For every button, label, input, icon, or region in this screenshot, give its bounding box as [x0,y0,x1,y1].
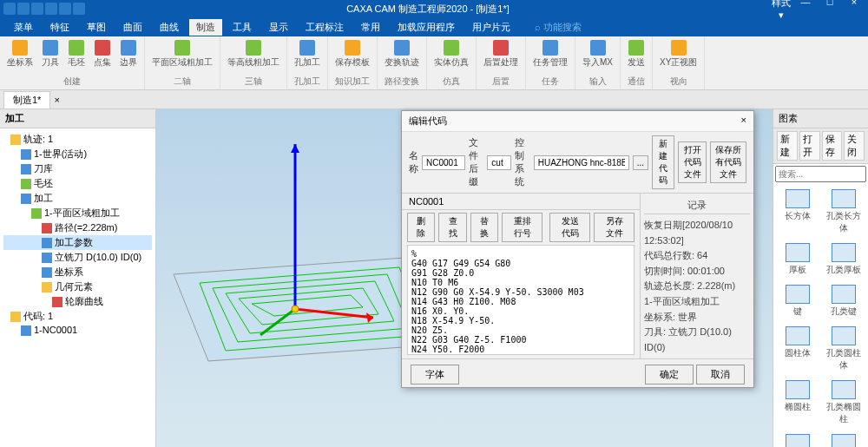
gallery-item[interactable]: 孔类多棱体 [822,431,867,447]
ribbon-等高线粗加工[interactable]: 等高线粗加工 [226,38,281,70]
gcode-textarea[interactable] [407,245,635,355]
tree-node[interactable]: 1-世界(活动) [3,147,152,161]
ribbon-导入MX[interactable]: 导入MX [581,38,615,70]
save-file-button[interactable]: 另存文件 [594,213,635,242]
menu-item[interactable]: 工具 [226,19,259,36]
tree-node[interactable]: 刀库 [3,161,152,176]
ribbon-坐标系[interactable]: 坐标系 [5,38,35,70]
ribbon-平面区域粗加工[interactable]: 平面区域粗加工 [150,38,214,70]
ribbon-点集[interactable]: 点集 [92,38,113,70]
ribbon-后置处理[interactable]: 后置处理 [482,38,520,70]
find-button[interactable]: 查找 [438,213,466,242]
ribbon-group-label: 创建 [63,76,81,88]
ctrl-input[interactable] [534,155,629,170]
gallery-item[interactable]: 圆柱体 [775,323,820,375]
tree-node[interactable]: 坐标系 [3,265,152,279]
send-code-button[interactable]: 发送代码 [549,213,590,242]
ribbon-group-label: 后置 [492,76,510,88]
name-input[interactable] [422,155,465,170]
ribbon-毛坯[interactable]: 毛坯 [66,38,87,70]
gallery-open-button[interactable]: 打开 [799,131,820,161]
tree-node[interactable]: 加工参数 [3,235,152,250]
menu-item[interactable]: 曲线 [153,19,186,36]
ribbon-边界[interactable]: 边界 [118,38,139,70]
save-all-code-button[interactable]: 保存所有代码文件 [710,141,746,183]
ok-button[interactable]: 确定 [645,365,694,385]
ctrl-browse-button[interactable]: ... [633,155,648,170]
qat-icon[interactable] [45,3,57,15]
tree-node[interactable]: 1-NC0001 [3,324,152,337]
gallery-item[interactable]: 厚板 [775,240,820,279]
minimize-button[interactable]: — [795,0,816,21]
gallery-title: 图素 [773,109,868,128]
tree-node[interactable]: 代码: 1 [3,309,152,324]
doc-tab[interactable]: 制造1* [3,91,50,108]
menu-search[interactable]: ⌕ 功能搜索 [528,19,589,36]
ext-input[interactable] [487,155,511,170]
tree-node[interactable]: 轮廓曲线 [3,294,152,309]
gallery-item[interactable]: 椭圆柱 [775,377,820,429]
font-button[interactable]: 字体 [411,365,459,385]
qat-icon[interactable] [17,3,30,15]
gallery-item[interactable]: 孔类键 [822,281,867,321]
renumber-button[interactable]: 重排行号 [502,213,542,242]
edit-code-dialog: 编辑代码 × 名称 文件后缀 控制系统 ... 新建代码 打开代码文件 保存所有… [401,110,754,388]
tree-node[interactable]: 几何元素 [3,279,152,294]
menu-item[interactable]: 制造 [189,19,222,36]
tab-close-icon[interactable]: × [54,95,59,105]
gallery-item[interactable]: 孔类厚板 [822,240,867,279]
ribbon-刀具[interactable]: 刀具 [40,38,61,70]
qat-icon[interactable] [31,3,43,15]
cancel-button[interactable]: 取消 [696,365,745,385]
gallery-save-button[interactable]: 保存 [822,131,843,161]
menu-item[interactable]: 显示 [262,19,295,36]
tree-node[interactable]: 加工 [3,191,152,206]
ribbon-变换轨迹[interactable]: 变换轨迹 [383,38,421,70]
svg-marker-6 [291,144,299,153]
gallery-item[interactable]: 孔类椭圆柱 [822,377,867,429]
gallery-item[interactable]: 多棱体 [775,431,820,447]
ribbon-group-label: 视向 [670,76,687,88]
qat-icon[interactable] [59,3,71,15]
ribbon-发送[interactable]: 发送 [626,38,647,70]
dialog-close-icon[interactable]: × [741,115,746,128]
replace-button[interactable]: 替换 [470,213,498,242]
ribbon-保存模板[interactable]: 保存模板 [333,38,372,70]
menu-item[interactable]: 特征 [43,19,76,36]
tree-node[interactable]: 立铣刀 D(10.0) ID(0) [3,250,152,265]
gallery-item[interactable]: 键 [775,281,820,321]
delete-button[interactable]: 删除 [407,213,435,242]
feature-gallery-panel: 图素 新建 打开 保存 关闭 长方体孔类长方体厚板孔类厚板键孔类键圆柱体孔类圆柱… [773,109,868,447]
gallery-item[interactable]: 长方体 [775,186,820,238]
qat-icon[interactable] [3,3,16,15]
gallery-close-button[interactable]: 关闭 [844,131,865,161]
close-button[interactable]: × [844,0,865,21]
tree-node[interactable]: 毛坯 [3,176,152,191]
gallery-search-input[interactable] [775,166,866,182]
style-switch[interactable]: 样式▾ [771,0,792,21]
menu-item[interactable]: 工程标注 [299,19,351,36]
gallery-item[interactable]: 孔类圆柱体 [822,323,867,375]
menu-item[interactable]: 用户片元 [465,19,517,36]
qat-icon[interactable] [73,3,85,15]
tree-node[interactable]: 路径(=2.228m) [3,220,152,235]
ribbon-孔加工[interactable]: 孔加工 [293,38,322,70]
new-code-button[interactable]: 新建代码 [652,135,674,189]
menubar: 菜单特征草图曲面曲线制造工具显示工程标注常用加载应用程序用户片元⌕ 功能搜索 [0,17,868,36]
menu-item[interactable]: 常用 [354,19,387,36]
ribbon-XY正视图[interactable]: XY正视图 [658,38,699,70]
tree-node[interactable]: 轨迹: 1 [3,132,152,147]
maximize-button[interactable]: □ [819,0,840,21]
nc-tab[interactable]: NC0001 [402,194,640,210]
ctrl-label: 控制系统 [515,136,529,188]
menu-item[interactable]: 草图 [80,19,113,36]
menu-item[interactable]: 菜单 [7,19,40,36]
ribbon-实体仿真[interactable]: 实体仿真 [432,38,470,70]
ribbon: 坐标系刀具毛坯点集边界创建平面区域粗加工二轴等高线粗加工三轴孔加工孔加工保存模板… [0,36,868,90]
ribbon-任务管理[interactable]: 任务管理 [531,38,569,70]
tree-node[interactable]: 1-平面区域粗加工 [3,206,152,220]
menu-item[interactable]: 曲面 [116,19,149,36]
gallery-item[interactable]: 孔类长方体 [822,186,867,238]
open-code-button[interactable]: 打开代码文件 [678,141,707,183]
menu-item[interactable]: 加载应用程序 [391,19,462,36]
